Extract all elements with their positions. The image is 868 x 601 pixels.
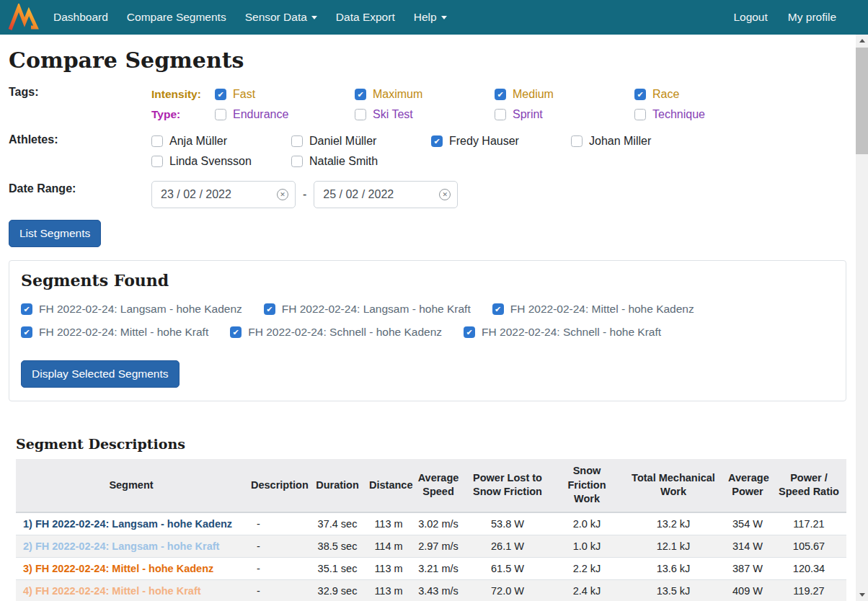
checkbox-checked-icon[interactable]: ✔ xyxy=(431,135,443,147)
checkbox-option-fredy-hauser[interactable]: ✔Fredy Hauser xyxy=(431,132,571,151)
checkbox-checked-icon[interactable]: ✔ xyxy=(21,303,32,315)
triangle-down-icon xyxy=(859,593,865,597)
checkbox-unchecked-icon[interactable] xyxy=(291,156,303,167)
checkbox-option-natalie-smith[interactable]: Natalie Smith xyxy=(291,152,431,171)
table-cell: 354 W xyxy=(724,512,771,535)
checkbox-unchecked-icon[interactable] xyxy=(634,109,646,120)
segments-found-title: Segments Found xyxy=(21,271,834,290)
brand-logo[interactable] xyxy=(7,4,39,31)
checkbox-label: Anja Müller xyxy=(169,135,227,148)
table-cell: 2.2 kJ xyxy=(551,557,623,579)
nav-item-logout[interactable]: Logout xyxy=(733,11,767,24)
column-header-average-power: Average Power xyxy=(724,459,771,512)
checkbox-checked-icon[interactable]: ✔ xyxy=(230,326,242,338)
checkbox-label: Technique xyxy=(652,108,705,121)
segment-name-cell: 3) FH 2022-02-24: Mittel - hohe Kadenz xyxy=(16,557,247,579)
checkbox-unchecked-icon[interactable] xyxy=(495,109,506,120)
tags-label: Tags: xyxy=(9,84,151,125)
date-from-wrap: ✕ xyxy=(151,181,296,208)
checkbox-label: Ski Test xyxy=(373,108,413,121)
segment-descriptions-title: Segment Descriptions xyxy=(16,436,846,452)
athletes-filter-row: Athletes: Anja MüllerDaniel Müller✔Fredy… xyxy=(9,132,846,171)
segment-name-cell: 2) FH 2022-02-24: Langsam - hohe Kraft xyxy=(16,535,247,557)
checkbox-checked-icon[interactable]: ✔ xyxy=(492,303,504,315)
nav-item-sensor-data[interactable]: Sensor Data xyxy=(245,11,317,24)
checkbox-option-fh-2022-02-24-schnell-hohe-kraft[interactable]: ✔FH 2022-02-24: Schnell - hohe Kraft xyxy=(464,323,661,342)
checkbox-option-fh-2022-02-24-mittel-hohe-kadenz[interactable]: ✔FH 2022-02-24: Mittel - hohe Kadenz xyxy=(492,300,694,319)
table-cell: 13.5 kJ xyxy=(623,579,724,601)
checkbox-option-fh-2022-02-24-langsam-hohe-kadenz[interactable]: ✔FH 2022-02-24: Langsam - hohe Kadenz xyxy=(21,300,242,319)
checkbox-checked-icon[interactable]: ✔ xyxy=(355,89,366,100)
checkbox-option-linda-svensson[interactable]: Linda Svensson xyxy=(151,152,291,171)
checkbox-option-fast[interactable]: ✔Fast xyxy=(215,85,355,104)
checkbox-label: Linda Svensson xyxy=(169,155,252,168)
checkbox-checked-icon[interactable]: ✔ xyxy=(634,89,646,100)
checkbox-option-fh-2022-02-24-schnell-hohe-kadenz[interactable]: ✔FH 2022-02-24: Schnell - hohe Kadenz xyxy=(230,323,442,342)
clear-date-to-icon[interactable]: ✕ xyxy=(439,189,451,200)
date-range-separator: - xyxy=(303,188,306,201)
checkbox-unchecked-icon[interactable] xyxy=(571,135,583,147)
checkbox-unchecked-icon[interactable] xyxy=(355,109,366,120)
column-header-power-lost-to-snow-friction: Power Lost to Snow Friction xyxy=(464,459,551,512)
checkbox-option-race[interactable]: ✔Race xyxy=(634,85,774,104)
checkbox-label: Johan Miller xyxy=(589,135,651,148)
table-cell: 13.2 kJ xyxy=(623,512,724,535)
table-cell: 12.1 kJ xyxy=(623,535,724,557)
column-header-description: Description xyxy=(247,459,310,512)
checkbox-option-endurance[interactable]: Endurance xyxy=(215,105,355,124)
checkbox-option-anja-m-ller[interactable]: Anja Müller xyxy=(151,132,291,151)
checkbox-option-maximum[interactable]: ✔Maximum xyxy=(355,85,495,104)
nav-item-my-profile[interactable]: My profile xyxy=(788,11,836,24)
checkbox-option-fh-2022-02-24-langsam-hohe-kraft[interactable]: ✔FH 2022-02-24: Langsam - hohe Kraft xyxy=(264,300,471,319)
checkbox-option-johan-miller[interactable]: Johan Miller xyxy=(571,132,711,151)
display-selected-segments-button[interactable]: Display Selected Segments xyxy=(21,360,180,388)
checkbox-unchecked-icon[interactable] xyxy=(215,109,226,120)
checkbox-option-ski-test[interactable]: Ski Test xyxy=(355,105,495,124)
table-cell: 3.21 m/s xyxy=(412,557,464,579)
table-cell: - xyxy=(247,535,310,557)
checkbox-unchecked-icon[interactable] xyxy=(151,135,163,147)
checkbox-label: FH 2022-02-24: Schnell - hohe Kadenz xyxy=(248,326,442,339)
checkbox-option-sprint[interactable]: Sprint xyxy=(495,105,634,124)
date-to-wrap: ✕ xyxy=(314,181,458,208)
main-content: Compare Segments Tags: Intensity: ✔Fast✔… xyxy=(0,35,868,601)
checkbox-label: FH 2022-02-24: Mittel - hohe Kraft xyxy=(39,326,208,339)
scrollbar-thumb[interactable] xyxy=(856,48,868,154)
checkbox-unchecked-icon[interactable] xyxy=(151,156,163,167)
checkbox-option-technique[interactable]: Technique xyxy=(634,105,774,124)
checkbox-option-medium[interactable]: ✔Medium xyxy=(495,85,634,104)
column-header-power-speed-ratio: Power / Speed Ratio xyxy=(771,459,846,512)
checkbox-checked-icon[interactable]: ✔ xyxy=(215,89,226,100)
nav-item-help[interactable]: Help xyxy=(414,11,447,24)
nav-item-data-export[interactable]: Data Export xyxy=(336,11,395,24)
checkbox-label: Fast xyxy=(233,88,255,101)
nav-item-compare-segments[interactable]: Compare Segments xyxy=(127,11,226,24)
segments-found-card: Segments Found ✔FH 2022-02-24: Langsam -… xyxy=(9,260,846,401)
type-options: EnduranceSki TestSprintTechnique xyxy=(215,105,774,124)
checkbox-checked-icon[interactable]: ✔ xyxy=(495,89,506,100)
table-cell: 35.1 sec xyxy=(310,557,365,579)
intensity-label: Intensity: xyxy=(151,88,215,101)
clear-date-from-icon[interactable]: ✕ xyxy=(277,189,288,200)
table-cell: 2.0 kJ xyxy=(551,512,623,535)
nav-item-dashboard[interactable]: Dashboard xyxy=(53,11,108,24)
chevron-down-icon xyxy=(441,16,447,19)
checkbox-unchecked-icon[interactable] xyxy=(291,135,303,147)
list-segments-button[interactable]: List Segments xyxy=(9,220,101,247)
date-from-input[interactable] xyxy=(151,181,296,208)
scrollbar-up-arrow[interactable] xyxy=(856,35,868,47)
navbar-account-links: LogoutMy profile xyxy=(733,11,836,24)
scrollbar-down-arrow[interactable] xyxy=(856,589,868,601)
column-header-segment: Segment xyxy=(16,459,247,512)
segment-descriptions-section: Segment Descriptions SegmentDescriptionD… xyxy=(9,436,846,601)
checkbox-checked-icon[interactable]: ✔ xyxy=(464,326,475,338)
checkbox-checked-icon[interactable]: ✔ xyxy=(21,326,32,338)
checkbox-checked-icon[interactable]: ✔ xyxy=(264,303,275,315)
checkbox-label: Fredy Hauser xyxy=(449,135,519,148)
checkbox-option-daniel-m-ller[interactable]: Daniel Müller xyxy=(291,132,431,151)
table-cell: 38.5 sec xyxy=(310,535,365,557)
checkbox-option-fh-2022-02-24-mittel-hohe-kraft[interactable]: ✔FH 2022-02-24: Mittel - hohe Kraft xyxy=(21,323,208,342)
date-to-input[interactable] xyxy=(314,181,458,208)
table-cell: 105.67 xyxy=(771,535,846,557)
segment-descriptions-table: SegmentDescriptionDurationDistanceAverag… xyxy=(16,459,846,601)
